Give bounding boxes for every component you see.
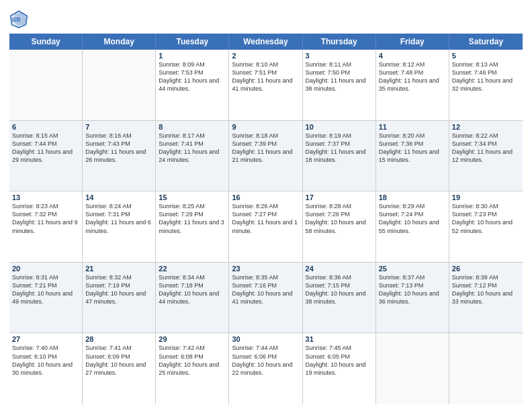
day-cell-31: 31Sunrise: 7:45 AM Sunset: 6:05 PM Dayli…	[303, 333, 376, 404]
day-info: Sunrise: 8:35 AM Sunset: 7:16 PM Dayligh…	[232, 273, 299, 306]
calendar-body: 1Sunrise: 8:09 AM Sunset: 7:53 PM Daylig…	[9, 50, 523, 404]
day-cell-17: 17Sunrise: 8:28 AM Sunset: 7:26 PM Dayli…	[303, 191, 376, 262]
day-info: Sunrise: 8:15 AM Sunset: 7:44 PM Dayligh…	[12, 132, 79, 165]
day-number: 19	[452, 193, 520, 201]
svg-text:GB: GB	[12, 16, 21, 23]
day-cell-19: 19Sunrise: 8:30 AM Sunset: 7:23 PM Dayli…	[449, 191, 523, 262]
day-number: 29	[159, 335, 226, 343]
day-number: 27	[12, 335, 79, 343]
header-day-saturday: Saturday	[449, 34, 523, 50]
day-number: 6	[12, 123, 79, 131]
day-number: 23	[232, 265, 299, 273]
day-number: 11	[379, 123, 446, 131]
day-cell-13: 13Sunrise: 8:23 AM Sunset: 7:32 PM Dayli…	[9, 191, 83, 262]
day-info: Sunrise: 8:26 AM Sunset: 7:27 PM Dayligh…	[232, 202, 299, 235]
day-info: Sunrise: 8:18 AM Sunset: 7:39 PM Dayligh…	[232, 132, 299, 165]
day-info: Sunrise: 8:12 AM Sunset: 7:48 PM Dayligh…	[379, 60, 446, 93]
day-cell-28: 28Sunrise: 7:41 AM Sunset: 6:09 PM Dayli…	[83, 333, 156, 404]
day-number: 26	[452, 265, 520, 273]
calendar-row-3: 20Sunrise: 8:31 AM Sunset: 7:21 PM Dayli…	[9, 263, 523, 334]
day-number: 25	[379, 265, 446, 273]
day-number: 24	[306, 265, 373, 273]
day-cell-30: 30Sunrise: 7:44 AM Sunset: 6:06 PM Dayli…	[229, 333, 302, 404]
day-info: Sunrise: 8:28 AM Sunset: 7:26 PM Dayligh…	[306, 202, 373, 235]
day-number: 21	[85, 265, 152, 273]
day-info: Sunrise: 8:37 AM Sunset: 7:13 PM Dayligh…	[379, 273, 446, 306]
day-info: Sunrise: 7:45 AM Sunset: 6:05 PM Dayligh…	[306, 344, 373, 377]
day-cell-10: 10Sunrise: 8:19 AM Sunset: 7:37 PM Dayli…	[303, 121, 376, 191]
day-cell-6: 6Sunrise: 8:15 AM Sunset: 7:44 PM Daylig…	[9, 121, 83, 191]
day-info: Sunrise: 8:25 AM Sunset: 7:29 PM Dayligh…	[159, 202, 226, 235]
calendar-row-1: 6Sunrise: 8:15 AM Sunset: 7:44 PM Daylig…	[9, 121, 523, 192]
day-cell-22: 22Sunrise: 8:34 AM Sunset: 7:18 PM Dayli…	[156, 263, 229, 333]
empty-cell	[83, 50, 156, 120]
day-number: 30	[232, 335, 299, 343]
day-cell-11: 11Sunrise: 8:20 AM Sunset: 7:36 PM Dayli…	[376, 121, 449, 191]
day-info: Sunrise: 7:41 AM Sunset: 6:09 PM Dayligh…	[85, 344, 152, 377]
day-number: 16	[232, 193, 299, 201]
day-number: 13	[12, 193, 79, 201]
day-number: 18	[379, 193, 446, 201]
day-info: Sunrise: 7:40 AM Sunset: 6:10 PM Dayligh…	[12, 344, 79, 377]
day-number: 31	[306, 335, 373, 343]
day-info: Sunrise: 8:11 AM Sunset: 7:50 PM Dayligh…	[306, 60, 373, 93]
header-day-sunday: Sunday	[9, 34, 83, 50]
day-cell-12: 12Sunrise: 8:22 AM Sunset: 7:34 PM Dayli…	[449, 121, 523, 191]
day-info: Sunrise: 7:44 AM Sunset: 6:06 PM Dayligh…	[232, 344, 299, 377]
day-number: 7	[85, 123, 152, 131]
day-cell-25: 25Sunrise: 8:37 AM Sunset: 7:13 PM Dayli…	[376, 263, 449, 333]
day-number: 2	[232, 52, 299, 60]
day-cell-14: 14Sunrise: 8:24 AM Sunset: 7:31 PM Dayli…	[83, 191, 156, 262]
day-cell-5: 5Sunrise: 8:13 AM Sunset: 7:46 PM Daylig…	[449, 50, 523, 120]
calendar-row-2: 13Sunrise: 8:23 AM Sunset: 7:32 PM Dayli…	[9, 191, 523, 263]
empty-cell	[9, 50, 83, 120]
day-cell-4: 4Sunrise: 8:12 AM Sunset: 7:48 PM Daylig…	[376, 50, 449, 120]
day-cell-7: 7Sunrise: 8:16 AM Sunset: 7:43 PM Daylig…	[83, 121, 156, 191]
header-day-monday: Monday	[83, 34, 156, 50]
logo-icon: GB	[9, 9, 28, 28]
day-info: Sunrise: 8:36 AM Sunset: 7:15 PM Dayligh…	[306, 273, 373, 306]
day-info: Sunrise: 7:42 AM Sunset: 6:08 PM Dayligh…	[159, 344, 226, 377]
day-info: Sunrise: 8:30 AM Sunset: 7:23 PM Dayligh…	[452, 202, 520, 235]
empty-cell	[376, 333, 449, 404]
day-cell-9: 9Sunrise: 8:18 AM Sunset: 7:39 PM Daylig…	[229, 121, 302, 191]
logo: GB	[9, 9, 30, 28]
day-info: Sunrise: 8:32 AM Sunset: 7:19 PM Dayligh…	[85, 273, 152, 306]
day-cell-18: 18Sunrise: 8:29 AM Sunset: 7:24 PM Dayli…	[376, 191, 449, 262]
header: GB	[9, 7, 523, 28]
day-info: Sunrise: 8:19 AM Sunset: 7:37 PM Dayligh…	[306, 132, 373, 165]
day-cell-23: 23Sunrise: 8:35 AM Sunset: 7:16 PM Dayli…	[229, 263, 302, 333]
day-cell-26: 26Sunrise: 8:39 AM Sunset: 7:12 PM Dayli…	[449, 263, 523, 333]
header-day-friday: Friday	[376, 34, 449, 50]
day-number: 4	[379, 52, 446, 60]
day-info: Sunrise: 8:13 AM Sunset: 7:46 PM Dayligh…	[452, 60, 520, 93]
day-number: 28	[85, 335, 152, 343]
calendar-row-4: 27Sunrise: 7:40 AM Sunset: 6:10 PM Dayli…	[9, 333, 523, 404]
header-day-wednesday: Wednesday	[229, 34, 302, 50]
day-number: 17	[306, 193, 373, 201]
day-info: Sunrise: 8:34 AM Sunset: 7:18 PM Dayligh…	[159, 273, 226, 306]
day-cell-24: 24Sunrise: 8:36 AM Sunset: 7:15 PM Dayli…	[303, 263, 376, 333]
day-info: Sunrise: 8:10 AM Sunset: 7:51 PM Dayligh…	[232, 60, 299, 93]
day-cell-21: 21Sunrise: 8:32 AM Sunset: 7:19 PM Dayli…	[83, 263, 156, 333]
day-number: 3	[306, 52, 373, 60]
day-info: Sunrise: 8:29 AM Sunset: 7:24 PM Dayligh…	[379, 202, 446, 235]
day-cell-3: 3Sunrise: 8:11 AM Sunset: 7:50 PM Daylig…	[303, 50, 376, 120]
day-number: 9	[232, 123, 299, 131]
calendar: SundayMondayTuesdayWednesdayThursdayFrid…	[9, 34, 523, 404]
day-info: Sunrise: 8:20 AM Sunset: 7:36 PM Dayligh…	[379, 132, 446, 165]
day-number: 14	[85, 193, 152, 201]
day-cell-8: 8Sunrise: 8:17 AM Sunset: 7:41 PM Daylig…	[156, 121, 229, 191]
page: GB SundayMondayTuesdayWednesdayThursdayF…	[0, 0, 532, 411]
day-info: Sunrise: 8:16 AM Sunset: 7:43 PM Dayligh…	[85, 132, 152, 165]
day-cell-16: 16Sunrise: 8:26 AM Sunset: 7:27 PM Dayli…	[229, 191, 302, 262]
day-cell-2: 2Sunrise: 8:10 AM Sunset: 7:51 PM Daylig…	[229, 50, 302, 120]
day-cell-15: 15Sunrise: 8:25 AM Sunset: 7:29 PM Dayli…	[156, 191, 229, 262]
day-info: Sunrise: 8:09 AM Sunset: 7:53 PM Dayligh…	[159, 60, 226, 93]
day-info: Sunrise: 8:22 AM Sunset: 7:34 PM Dayligh…	[452, 132, 520, 165]
day-cell-20: 20Sunrise: 8:31 AM Sunset: 7:21 PM Dayli…	[9, 263, 83, 333]
header-day-thursday: Thursday	[303, 34, 376, 50]
day-number: 1	[159, 52, 226, 60]
day-info: Sunrise: 8:23 AM Sunset: 7:32 PM Dayligh…	[12, 202, 79, 235]
calendar-header: SundayMondayTuesdayWednesdayThursdayFrid…	[9, 34, 523, 50]
